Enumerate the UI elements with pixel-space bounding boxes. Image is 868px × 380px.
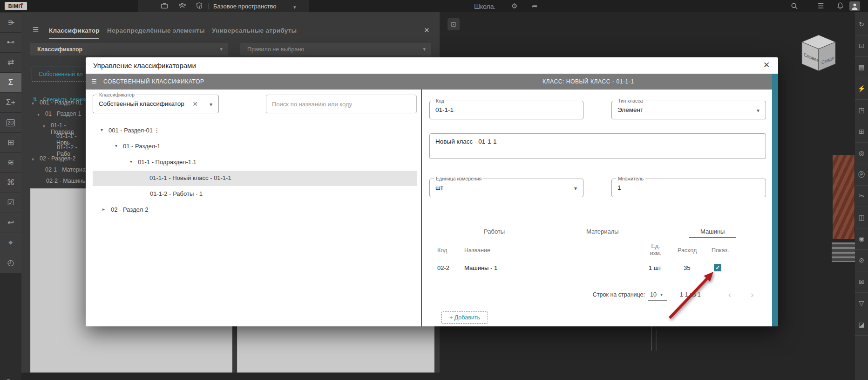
tree-expand-icon[interactable]: ▾ <box>32 157 34 162</box>
hide-icon[interactable]: ⊘ <box>855 250 868 271</box>
rule-select[interactable]: Правило не выбрано ▾ <box>240 43 431 55</box>
tree-expand-icon[interactable]: ▾ <box>43 124 45 129</box>
clash-lightning-icon[interactable]: ⚡ <box>855 78 868 100</box>
rule-select-label: Правило не выбрано <box>247 46 304 53</box>
hierarchy-icon[interactable]: ⊞ <box>0 133 21 152</box>
tree-item[interactable]: 001 - Раздел-01 <box>40 99 82 106</box>
user-check-icon[interactable]: ☑ <box>0 193 21 213</box>
tab-materials[interactable]: Материалы <box>586 228 619 235</box>
mapping-icon[interactable]: ⇄ <box>0 53 21 72</box>
tree-collapse-icon[interactable]: ▸ <box>102 207 105 212</box>
tree-expand-icon[interactable]: ▾ <box>32 101 34 106</box>
modal-scroll-strip[interactable] <box>772 74 778 326</box>
kebab-menu-icon[interactable]: ⋮ <box>154 126 160 134</box>
plan-icon[interactable]: Ⓟ <box>855 164 868 186</box>
workspace-selector[interactable]: Базовое пространство <box>213 3 277 10</box>
modal-left-menu-icon[interactable]: ☰ <box>91 77 97 86</box>
clear-selection-icon[interactable]: ⊠ <box>855 271 868 293</box>
tab-works[interactable]: Работы <box>484 228 505 235</box>
shield-icon[interactable] <box>196 2 203 11</box>
clear-icon[interactable]: ✕ <box>192 100 198 108</box>
grid-icon[interactable]: ⊞ <box>855 121 868 143</box>
locate-icon[interactable]: ◎ <box>855 143 868 164</box>
regenerate-icon[interactable]: ↻ <box>855 14 868 35</box>
modal-title: Управление классификаторами <box>93 57 196 74</box>
team-icon[interactable] <box>178 2 186 11</box>
col-header-name: Название <box>464 247 490 254</box>
tree-row[interactable]: ▸ 02 - Раздел-2 <box>93 202 419 217</box>
tree-row[interactable]: ▾ 01 - Раздел-1 <box>93 138 419 154</box>
view-cube[interactable]: Справа Сзади <box>797 31 840 77</box>
rows-per-page-label: Строк на странице: <box>575 291 645 298</box>
annotation-arrow <box>652 261 745 331</box>
sigma-add-icon[interactable]: Σ+ <box>0 93 21 112</box>
add-button[interactable]: + Добавить <box>441 311 488 324</box>
relations-icon[interactable]: ⊷ <box>0 33 21 52</box>
panel-close-icon[interactable]: ✕ <box>424 26 430 35</box>
tree-expand-icon[interactable]: ▾ <box>101 127 103 132</box>
tree-item[interactable]: 02-2 - Машинь <box>46 178 85 184</box>
col-header-show: Показ. <box>712 247 729 254</box>
model-slats-fragment <box>832 242 856 262</box>
description-field[interactable]: Новый класс - 01-1-1 <box>429 133 766 159</box>
topbar-separator <box>208 3 209 9</box>
section-plane-icon[interactable]: ◫ <box>855 207 868 228</box>
logo-red-dot <box>21 3 23 5</box>
field-label: Множитель <box>616 176 645 181</box>
show-icon[interactable]: ◉ <box>855 228 868 250</box>
multiplier-field[interactable]: Множитель 1 <box>611 179 766 197</box>
search-icon[interactable] <box>791 2 798 12</box>
tab-unallocated-elements[interactable]: Нераспределённые элементы <box>107 27 205 34</box>
section-cut-icon[interactable]: ✂ <box>855 186 868 207</box>
field-value: 1 <box>617 184 621 191</box>
select-similar-icon[interactable]: ⊡ <box>855 35 868 57</box>
modal-close-icon[interactable]: ✕ <box>763 61 770 69</box>
tree-row-selected[interactable]: 01-1-1 - Новый класс - 01-1-1 <box>93 170 419 186</box>
notifications-bell-icon[interactable] <box>836 2 844 12</box>
tab-universal-attributes[interactable]: Универсальные атрибуты <box>212 27 297 34</box>
briefcase-icon[interactable] <box>161 2 168 11</box>
2d-view-icon[interactable]: 2D <box>0 113 21 132</box>
caret-down-icon[interactable]: ▾ <box>210 101 212 108</box>
active-resource-tab-underline <box>689 237 736 238</box>
unit-select[interactable]: Единица измерения шт ▾ <box>429 179 583 197</box>
tree-expand-icon[interactable]: ▾ <box>115 143 117 148</box>
list-icon[interactable]: ☰ <box>818 2 824 10</box>
tree-row[interactable]: ▾ 001 - Раздел-01 ⋮ <box>93 123 419 138</box>
search-input[interactable] <box>266 95 417 113</box>
cube-views-icon[interactable]: ◳ <box>855 100 868 121</box>
analytics-icon[interactable]: ≋ <box>0 153 21 173</box>
filter-icon[interactable]: ▽ <box>855 293 868 314</box>
caret-down-icon[interactable]: ▾ <box>574 185 577 192</box>
tree-item[interactable]: 01 - Раздел-1 <box>45 111 81 117</box>
caret-down-icon[interactable]: ▾ <box>757 107 760 114</box>
page-next-icon[interactable]: › <box>751 290 753 299</box>
measure-ruler-icon[interactable]: ▤ <box>855 57 868 78</box>
tree-item[interactable]: 02-1 - Материа <box>45 166 86 173</box>
help-icon[interactable]: ? <box>7 378 10 380</box>
workspace-caret-icon[interactable]: ▾ <box>293 3 296 11</box>
tree-row[interactable]: 01-1-2 - Работы - 1 <box>93 186 419 201</box>
user-avatar[interactable] <box>849 1 860 11</box>
bimit-logo[interactable]: BiMiT <box>5 2 27 10</box>
fit-view-icon[interactable]: ⊡ <box>448 18 460 30</box>
plugins-icon[interactable]: ⌘ <box>0 173 21 193</box>
model-structure-icon[interactable]: ⋔ <box>0 13 21 32</box>
class-type-select[interactable]: Тип класса Элемент ▾ <box>611 101 766 119</box>
settings-gear-icon[interactable]: ⚙ <box>511 2 517 10</box>
col-header-code: Код <box>437 247 447 254</box>
tree-expand-icon[interactable]: ▾ <box>130 159 132 164</box>
share-icon[interactable]: ➦ <box>532 2 538 10</box>
modal-classifier-select[interactable]: Классификатор Собственный классификатор … <box>93 95 219 113</box>
tab-machines[interactable]: Машины <box>700 228 725 235</box>
user-location-icon[interactable]: ⌖ <box>0 233 21 253</box>
field-value: шт <box>435 184 443 191</box>
tree-row[interactable]: ▾ 01-1 - Подраздел-1.1 <box>93 154 419 170</box>
classifier-sigma-icon[interactable]: Σ <box>0 73 21 92</box>
gauge-icon[interactable]: ◴ <box>0 253 21 273</box>
code-field[interactable]: Код 01-1-1 <box>429 101 583 119</box>
tree-item[interactable]: 02 - Раздел-2 <box>40 155 75 162</box>
section-box-icon[interactable]: ◪ <box>855 314 868 336</box>
tree-expand-icon[interactable]: ▾ <box>37 112 40 117</box>
folder-export-icon[interactable]: ↩ <box>0 213 21 233</box>
